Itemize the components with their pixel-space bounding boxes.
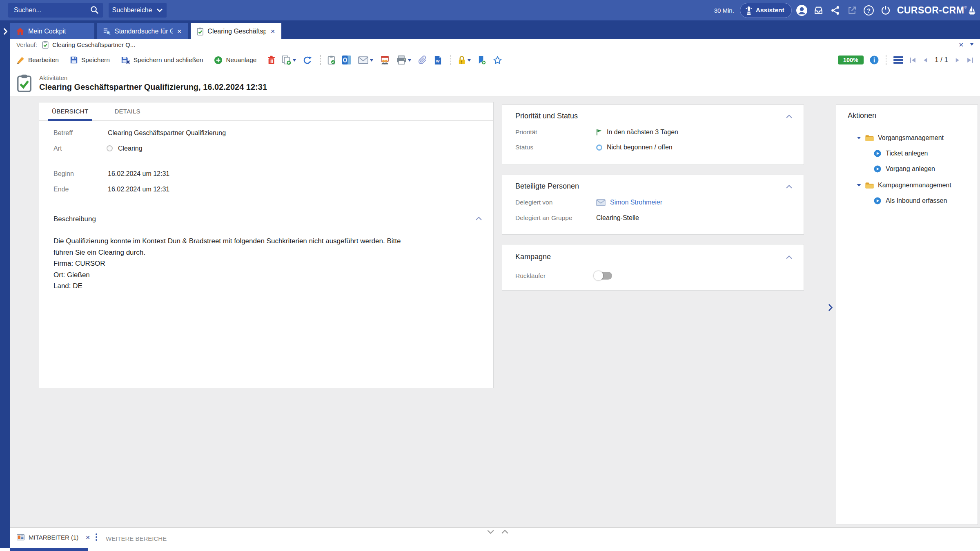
history-item-link[interactable]: Clearing Geschäftspartner Q... xyxy=(52,41,135,48)
help-icon[interactable]: ? xyxy=(862,4,875,17)
activity-clipboard-button[interactable] xyxy=(327,56,335,64)
collapse-panel-icon[interactable] xyxy=(786,256,792,259)
copy-dropdown-icon[interactable] xyxy=(293,59,296,63)
bottom-tab-mitarbeiter[interactable]: MITARBEITER (1) ✕ xyxy=(17,534,90,541)
inbox-icon[interactable] xyxy=(812,4,825,17)
action-group-vorgangsmanagement[interactable]: Vorgangsmanagement xyxy=(857,134,944,142)
mail-icon[interactable] xyxy=(596,199,606,206)
field-value: 16.02.2024 um 12:31 xyxy=(108,170,169,178)
tab-label: Standardsuche für G... xyxy=(115,28,173,35)
plus-circle-icon xyxy=(214,56,223,64)
left-nav-strip xyxy=(0,20,10,548)
clear-history-icon[interactable]: ✕ xyxy=(958,41,964,49)
tab-standardsuche[interactable]: Standardsuche für G... ✕ xyxy=(97,23,188,39)
delegated-by-link[interactable]: Simon Strohmeier xyxy=(610,199,662,206)
bottom-area-bar: MITARBEITER (1) ✕ WEITERE BEREICHE xyxy=(10,527,980,551)
close-tab-icon[interactable]: ✕ xyxy=(177,28,182,35)
favorite-button[interactable] xyxy=(493,56,502,65)
caret-down-icon[interactable] xyxy=(857,184,861,187)
tab-clearing-active[interactable]: Clearing Geschäftspa... ✕ xyxy=(191,23,281,39)
menu-icon[interactable] xyxy=(893,56,903,64)
tab-details[interactable]: DETAILS xyxy=(111,102,144,120)
field-label: Art xyxy=(53,145,62,152)
delegated-by-row: Delegiert von Simon Strohmeier xyxy=(515,199,791,209)
search-box[interactable] xyxy=(8,3,103,18)
assistant-button[interactable]: Assistent xyxy=(740,3,792,18)
field-row-beginn: Beginn 16.02.2024 um 12:31 xyxy=(53,170,479,179)
field-label: Beginn xyxy=(53,170,74,178)
radio-icon[interactable] xyxy=(107,145,113,151)
history-bar: Verlauf: Clearing Geschäftspartner Q... … xyxy=(10,39,980,50)
search-icon[interactable] xyxy=(90,5,99,15)
power-logout-icon[interactable] xyxy=(879,4,892,17)
external-link-icon[interactable] xyxy=(846,4,859,17)
action-vorgang-anlegen[interactable]: Vorgang anlegen xyxy=(874,165,935,173)
record-header: Aktivitäten Clearing Geschäftspartner Qu… xyxy=(10,70,980,96)
word-export-button[interactable]: W xyxy=(434,56,442,65)
returns-toggle[interactable] xyxy=(594,271,612,280)
caret-down-icon[interactable] xyxy=(857,136,861,140)
collapse-panel-icon[interactable] xyxy=(786,185,792,189)
history-label: Verlauf: xyxy=(16,41,37,48)
edit-label: Bearbeiten xyxy=(28,56,59,64)
save-and-close-button[interactable]: Speichern und schließen xyxy=(121,56,203,64)
email-dropdown-icon[interactable] xyxy=(370,59,373,63)
bottom-tab-label: MITARBEITER (1) xyxy=(29,534,78,541)
description-line: führen Sie ein Clearing durch. xyxy=(53,247,401,258)
permissions-button[interactable] xyxy=(458,56,471,65)
record-category: Aktivitäten xyxy=(39,74,267,81)
info-icon[interactable] xyxy=(870,56,879,64)
next-page-icon[interactable] xyxy=(954,57,960,63)
print-button[interactable] xyxy=(396,56,411,64)
expand-nav-icon[interactable] xyxy=(3,28,8,35)
quality-badge[interactable]: 100% xyxy=(838,56,864,64)
expand-bottom-icon[interactable] xyxy=(501,528,508,535)
history-dropdown-icon[interactable] xyxy=(970,43,973,47)
trash-icon xyxy=(267,56,275,64)
new-label: Neuanlage xyxy=(226,56,256,64)
search-scopes-button[interactable]: Suchbereiche xyxy=(109,3,167,18)
tab-uebersicht[interactable]: ÜBERSICHT xyxy=(48,102,92,120)
more-areas-label[interactable]: WEITERE BEREICHE xyxy=(106,535,167,542)
last-page-icon[interactable] xyxy=(967,57,973,64)
search-input[interactable] xyxy=(8,3,103,18)
email-button[interactable] xyxy=(358,56,373,64)
account-icon[interactable] xyxy=(795,4,808,17)
more-areas-icon[interactable] xyxy=(96,533,97,541)
collapse-panel-icon[interactable] xyxy=(786,115,792,118)
close-tab-icon[interactable]: ✕ xyxy=(270,28,275,35)
new-record-button[interactable]: Neuanlage xyxy=(214,56,256,64)
description-line: Ort: Gießen xyxy=(53,269,401,281)
action-group-kampagnenmanagement[interactable]: Kampagnenmanagement xyxy=(857,182,951,189)
attachment-button[interactable] xyxy=(418,56,427,64)
action-ticket-anlegen[interactable]: Ticket anlegen xyxy=(874,150,928,157)
edit-button[interactable]: Bearbeiten xyxy=(16,56,59,64)
tab-mein-cockpit[interactable]: Mein Cockpit xyxy=(10,23,94,39)
previous-page-icon[interactable] xyxy=(922,57,929,63)
outlook-button[interactable] xyxy=(342,56,351,64)
field-value: Clearing Geschäftspartner Qualifizierung xyxy=(108,129,226,137)
description-line: Firma: CURSOR xyxy=(53,258,401,269)
delete-button[interactable] xyxy=(267,56,275,64)
collapse-description-icon[interactable] xyxy=(476,217,482,220)
tab-label: Clearing Geschäftspa... xyxy=(207,28,266,35)
bookmark-button[interactable] xyxy=(478,56,486,65)
row-label: Delegiert an Gruppe xyxy=(515,214,572,222)
permissions-dropdown-icon[interactable] xyxy=(468,59,471,63)
share-icon[interactable] xyxy=(829,4,842,17)
appointment-button[interactable] xyxy=(380,56,390,64)
action-als-inbound-erfassen[interactable]: Als Inbound erfassen xyxy=(874,197,947,204)
refresh-icon xyxy=(303,56,312,64)
save-button[interactable]: Speichern xyxy=(70,56,110,64)
print-dropdown-icon[interactable] xyxy=(408,59,411,63)
pencil-icon xyxy=(16,56,25,64)
copy-record-button[interactable] xyxy=(282,56,296,65)
save-close-label: Speichern und schließen xyxy=(134,56,203,64)
refresh-button[interactable] xyxy=(303,56,312,64)
close-bottom-tab-icon[interactable]: ✕ xyxy=(85,534,90,541)
expand-panel-icon[interactable] xyxy=(828,304,833,311)
first-page-icon[interactable] xyxy=(909,57,916,64)
delegated-group-row: Delegiert an Gruppe Clearing-Stelle xyxy=(515,214,791,224)
delegated-group-value: Clearing-Stelle xyxy=(596,214,639,222)
collapse-bottom-icon[interactable] xyxy=(487,528,494,535)
